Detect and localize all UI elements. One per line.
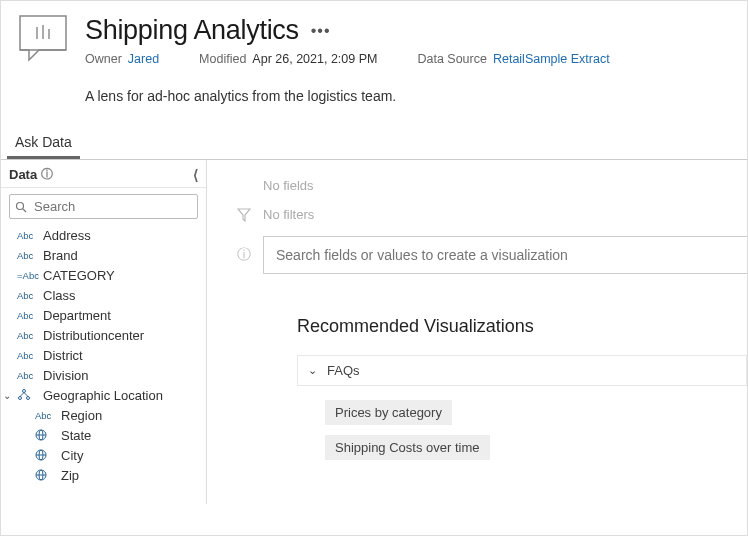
field-item[interactable]: AbcBrand — [1, 245, 206, 265]
field-item[interactable]: AbcAddress — [1, 225, 206, 245]
chevron-down-icon: ⌄ — [3, 390, 11, 401]
field-item[interactable]: AbcDistrict — [1, 345, 206, 365]
abc-icon: Abc — [17, 310, 35, 321]
more-menu-icon[interactable]: ••• — [311, 22, 331, 40]
abc-icon: Abc — [17, 250, 35, 261]
lens-icon — [19, 15, 67, 63]
recommended-title: Recommended Visualizations — [297, 316, 747, 337]
field-item[interactable]: AbcClass — [1, 285, 206, 305]
no-filters-text: No filters — [263, 207, 314, 222]
viz-search-input[interactable] — [263, 236, 747, 274]
svg-line-9 — [20, 393, 24, 397]
header: Shipping Analytics ••• Owner Jared Modif… — [1, 1, 747, 76]
field-label: Geographic Location — [43, 388, 163, 403]
svg-point-6 — [23, 390, 26, 393]
field-label: City — [61, 448, 83, 463]
field-item[interactable]: AbcDepartment — [1, 305, 206, 325]
no-fields-text: No fields — [263, 178, 314, 193]
field-item[interactable]: AbcRegion — [1, 405, 206, 425]
field-label: Zip — [61, 468, 79, 483]
field-label: Brand — [43, 248, 78, 263]
field-label: Division — [43, 368, 89, 383]
field-item[interactable]: City — [1, 445, 206, 465]
faq-chip[interactable]: Prices by category — [325, 400, 452, 425]
abc-icon: Abc — [17, 370, 35, 381]
field-label: Region — [61, 408, 102, 423]
datasource-label: Data Source — [417, 52, 486, 66]
hierarchy-icon — [17, 389, 35, 401]
abc-icon: Abc — [17, 330, 35, 341]
abc-icon: Abc — [35, 410, 53, 421]
tab-ask-data[interactable]: Ask Data — [7, 128, 80, 159]
tab-bar: Ask Data — [1, 128, 747, 160]
data-sidebar: Data ⓘ ⟨ AbcAddress AbcBrand =AbcCATEGOR… — [1, 160, 207, 504]
field-label: Class — [43, 288, 76, 303]
field-label: Distributioncenter — [43, 328, 144, 343]
globe-icon — [35, 429, 53, 441]
data-panel-title: Data — [9, 167, 37, 182]
svg-line-10 — [24, 393, 28, 397]
owner-link[interactable]: Jared — [128, 52, 159, 66]
collapse-sidebar-icon[interactable]: ⟨ — [193, 167, 198, 183]
field-item[interactable]: AbcDistributioncenter — [1, 325, 206, 345]
field-search-input[interactable] — [9, 194, 198, 219]
field-label: State — [61, 428, 91, 443]
modified-value: Apr 26, 2021, 2:09 PM — [252, 52, 377, 66]
info-icon[interactable]: ⓘ — [41, 166, 53, 183]
svg-marker-20 — [238, 209, 250, 221]
owner-label: Owner — [85, 52, 122, 66]
globe-icon — [35, 449, 53, 461]
svg-point-7 — [19, 397, 22, 400]
svg-point-8 — [27, 397, 30, 400]
field-label: District — [43, 348, 83, 363]
field-label: CATEGORY — [43, 268, 115, 283]
info-icon[interactable]: ⓘ — [237, 246, 251, 264]
field-item[interactable]: State — [1, 425, 206, 445]
field-label: Address — [43, 228, 91, 243]
field-label: Department — [43, 308, 111, 323]
page-title: Shipping Analytics — [85, 15, 299, 46]
lens-description: A lens for ad-hoc analytics from the log… — [85, 88, 747, 104]
faq-label: FAQs — [327, 363, 360, 378]
abc-icon: =Abc — [17, 270, 35, 281]
chevron-down-icon: ⌄ — [308, 364, 317, 377]
faq-chip[interactable]: Shipping Costs over time — [325, 435, 490, 460]
abc-icon: Abc — [17, 290, 35, 301]
field-group-geographic[interactable]: ⌄ Geographic Location — [1, 385, 206, 405]
modified-label: Modified — [199, 52, 246, 66]
datasource-link[interactable]: RetailSample Extract — [493, 52, 610, 66]
field-item[interactable]: Zip — [1, 465, 206, 485]
field-list: AbcAddress AbcBrand =AbcCATEGORY AbcClas… — [1, 225, 206, 491]
faq-expander[interactable]: ⌄ FAQs — [297, 355, 747, 386]
globe-icon — [35, 469, 53, 481]
filter-icon — [237, 208, 251, 222]
field-item[interactable]: =AbcCATEGORY — [1, 265, 206, 285]
abc-icon: Abc — [17, 230, 35, 241]
abc-icon: Abc — [17, 350, 35, 361]
field-item[interactable]: AbcDivision — [1, 365, 206, 385]
main-panel: No fields No filters ⓘ Recommended Visua… — [207, 160, 747, 504]
